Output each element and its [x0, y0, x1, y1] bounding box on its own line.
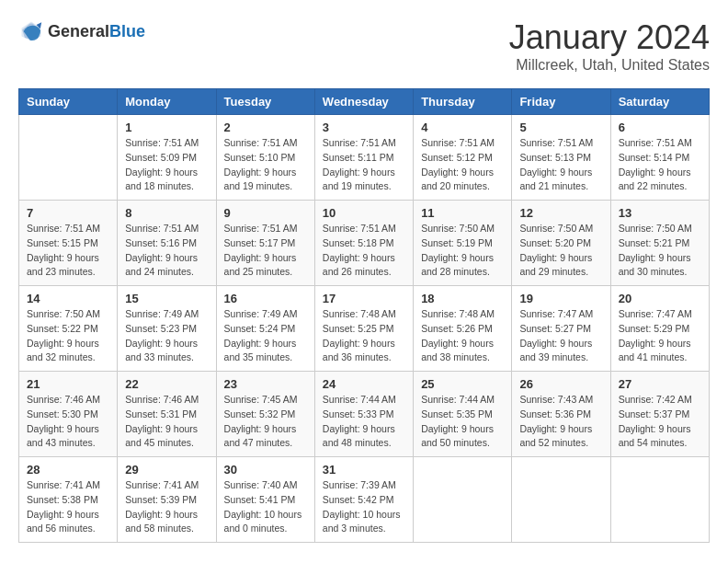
- calendar-cell: 16Sunrise: 7:49 AMSunset: 5:24 PMDayligh…: [216, 286, 314, 372]
- calendar-cell: [19, 115, 118, 201]
- day-number: 9: [224, 206, 307, 220]
- calendar-cell: 28Sunrise: 7:41 AMSunset: 5:38 PMDayligh…: [19, 457, 118, 543]
- day-number: 17: [323, 292, 405, 305]
- calendar-cell: 15Sunrise: 7:49 AMSunset: 5:23 PMDayligh…: [118, 286, 216, 372]
- day-number: 4: [421, 121, 504, 134]
- day-detail: Sunrise: 7:49 AMSunset: 5:23 PMDaylight:…: [125, 307, 208, 365]
- header-friday: Friday: [512, 89, 610, 115]
- header-saturday: Saturday: [610, 89, 709, 115]
- day-number: 13: [619, 206, 701, 220]
- day-number: 16: [224, 292, 307, 305]
- logo-blue: Blue: [109, 22, 145, 41]
- calendar-cell: 22Sunrise: 7:46 AMSunset: 5:31 PMDayligh…: [118, 372, 216, 457]
- day-number: 18: [421, 292, 504, 305]
- day-detail: Sunrise: 7:39 AMSunset: 5:42 PMDaylight:…: [323, 478, 405, 536]
- day-detail: Sunrise: 7:44 AMSunset: 5:35 PMDaylight:…: [421, 393, 504, 451]
- day-number: 26: [519, 377, 602, 391]
- calendar-cell: 20Sunrise: 7:47 AMSunset: 5:29 PMDayligh…: [610, 286, 709, 372]
- day-number: 10: [323, 206, 405, 220]
- calendar-week-row: 1Sunrise: 7:51 AMSunset: 5:09 PMDaylight…: [19, 115, 710, 201]
- day-number: 25: [421, 377, 504, 391]
- calendar-cell: 13Sunrise: 7:50 AMSunset: 5:21 PMDayligh…: [610, 201, 709, 286]
- day-detail: Sunrise: 7:41 AMSunset: 5:38 PMDaylight:…: [27, 478, 109, 536]
- day-detail: Sunrise: 7:51 AMSunset: 5:14 PMDaylight:…: [619, 136, 701, 194]
- logo-text: General Blue: [48, 22, 145, 41]
- calendar-cell: 2Sunrise: 7:51 AMSunset: 5:10 PMDaylight…: [216, 115, 314, 201]
- day-number: 31: [323, 463, 405, 477]
- day-detail: Sunrise: 7:51 AMSunset: 5:13 PMDaylight:…: [519, 136, 602, 194]
- day-detail: Sunrise: 7:51 AMSunset: 5:10 PMDaylight:…: [224, 136, 307, 194]
- day-number: 15: [125, 292, 208, 305]
- day-detail: Sunrise: 7:51 AMSunset: 5:15 PMDaylight:…: [27, 222, 109, 280]
- day-number: 29: [125, 463, 208, 477]
- day-number: 22: [125, 377, 208, 391]
- location-title: Millcreek, Utah, United States: [509, 57, 710, 74]
- day-detail: Sunrise: 7:51 AMSunset: 5:09 PMDaylight:…: [125, 136, 208, 194]
- calendar-table: SundayMondayTuesdayWednesdayThursdayFrid…: [18, 88, 710, 543]
- day-number: 23: [224, 377, 307, 391]
- calendar-cell: 5Sunrise: 7:51 AMSunset: 5:13 PMDaylight…: [512, 115, 610, 201]
- day-number: 20: [619, 292, 701, 305]
- month-title: January 2024: [509, 18, 710, 57]
- day-detail: Sunrise: 7:44 AMSunset: 5:33 PMDaylight:…: [323, 393, 405, 451]
- day-detail: Sunrise: 7:51 AMSunset: 5:18 PMDaylight:…: [323, 222, 405, 280]
- header-wednesday: Wednesday: [314, 89, 413, 115]
- day-number: 5: [519, 121, 602, 134]
- calendar-cell: 30Sunrise: 7:40 AMSunset: 5:41 PMDayligh…: [216, 457, 314, 543]
- day-detail: Sunrise: 7:51 AMSunset: 5:12 PMDaylight:…: [421, 136, 504, 194]
- calendar-cell: [414, 457, 512, 543]
- day-number: 27: [619, 377, 701, 391]
- day-number: 1: [125, 121, 208, 134]
- calendar-cell: 23Sunrise: 7:45 AMSunset: 5:32 PMDayligh…: [216, 372, 314, 457]
- day-detail: Sunrise: 7:51 AMSunset: 5:17 PMDaylight:…: [224, 222, 307, 280]
- calendar-cell: [512, 457, 610, 543]
- calendar-cell: 1Sunrise: 7:51 AMSunset: 5:09 PMDaylight…: [118, 115, 216, 201]
- calendar-cell: 11Sunrise: 7:50 AMSunset: 5:19 PMDayligh…: [414, 201, 512, 286]
- day-detail: Sunrise: 7:47 AMSunset: 5:29 PMDaylight:…: [619, 307, 701, 365]
- page-header: General Blue January 2024 Millcreek, Uta…: [18, 18, 710, 74]
- calendar-cell: 31Sunrise: 7:39 AMSunset: 5:42 PMDayligh…: [314, 457, 413, 543]
- day-number: 3: [323, 121, 405, 134]
- day-detail: Sunrise: 7:41 AMSunset: 5:39 PMDaylight:…: [125, 478, 208, 536]
- day-detail: Sunrise: 7:50 AMSunset: 5:19 PMDaylight:…: [421, 222, 504, 280]
- logo-general: General: [48, 22, 109, 41]
- day-number: 24: [323, 377, 405, 391]
- day-number: 14: [27, 292, 109, 305]
- day-number: 2: [224, 121, 307, 134]
- calendar-week-row: 14Sunrise: 7:50 AMSunset: 5:22 PMDayligh…: [19, 286, 710, 372]
- calendar-cell: 6Sunrise: 7:51 AMSunset: 5:14 PMDaylight…: [610, 115, 709, 201]
- calendar-cell: 24Sunrise: 7:44 AMSunset: 5:33 PMDayligh…: [314, 372, 413, 457]
- calendar-cell: 19Sunrise: 7:47 AMSunset: 5:27 PMDayligh…: [512, 286, 610, 372]
- day-detail: Sunrise: 7:42 AMSunset: 5:37 PMDaylight:…: [619, 393, 701, 451]
- calendar-cell: 3Sunrise: 7:51 AMSunset: 5:11 PMDaylight…: [314, 115, 413, 201]
- calendar-cell: 21Sunrise: 7:46 AMSunset: 5:30 PMDayligh…: [19, 372, 118, 457]
- day-number: 11: [421, 206, 504, 220]
- day-number: 7: [27, 206, 109, 220]
- day-number: 12: [519, 206, 602, 220]
- calendar-cell: 12Sunrise: 7:50 AMSunset: 5:20 PMDayligh…: [512, 201, 610, 286]
- logo-icon: [18, 18, 44, 44]
- day-detail: Sunrise: 7:46 AMSunset: 5:31 PMDaylight:…: [125, 393, 208, 451]
- title-area: January 2024 Millcreek, Utah, United Sta…: [509, 18, 710, 74]
- calendar-cell: 18Sunrise: 7:48 AMSunset: 5:26 PMDayligh…: [414, 286, 512, 372]
- calendar-cell: 4Sunrise: 7:51 AMSunset: 5:12 PMDaylight…: [414, 115, 512, 201]
- calendar-cell: 14Sunrise: 7:50 AMSunset: 5:22 PMDayligh…: [19, 286, 118, 372]
- day-number: 8: [125, 206, 208, 220]
- calendar-week-row: 21Sunrise: 7:46 AMSunset: 5:30 PMDayligh…: [19, 372, 710, 457]
- logo: General Blue: [18, 18, 145, 44]
- day-number: 19: [519, 292, 602, 305]
- calendar-week-row: 28Sunrise: 7:41 AMSunset: 5:38 PMDayligh…: [19, 457, 710, 543]
- calendar-cell: 25Sunrise: 7:44 AMSunset: 5:35 PMDayligh…: [414, 372, 512, 457]
- day-detail: Sunrise: 7:50 AMSunset: 5:22 PMDaylight:…: [27, 307, 109, 365]
- calendar-cell: 26Sunrise: 7:43 AMSunset: 5:36 PMDayligh…: [512, 372, 610, 457]
- calendar-cell: 8Sunrise: 7:51 AMSunset: 5:16 PMDaylight…: [118, 201, 216, 286]
- day-detail: Sunrise: 7:51 AMSunset: 5:11 PMDaylight:…: [323, 136, 405, 194]
- calendar-header-row: SundayMondayTuesdayWednesdayThursdayFrid…: [19, 89, 710, 115]
- calendar-cell: 27Sunrise: 7:42 AMSunset: 5:37 PMDayligh…: [610, 372, 709, 457]
- calendar-cell: 7Sunrise: 7:51 AMSunset: 5:15 PMDaylight…: [19, 201, 118, 286]
- day-detail: Sunrise: 7:48 AMSunset: 5:25 PMDaylight:…: [323, 307, 405, 365]
- day-number: 6: [619, 121, 701, 134]
- day-detail: Sunrise: 7:40 AMSunset: 5:41 PMDaylight:…: [224, 478, 307, 536]
- calendar-cell: 17Sunrise: 7:48 AMSunset: 5:25 PMDayligh…: [314, 286, 413, 372]
- day-number: 21: [27, 377, 109, 391]
